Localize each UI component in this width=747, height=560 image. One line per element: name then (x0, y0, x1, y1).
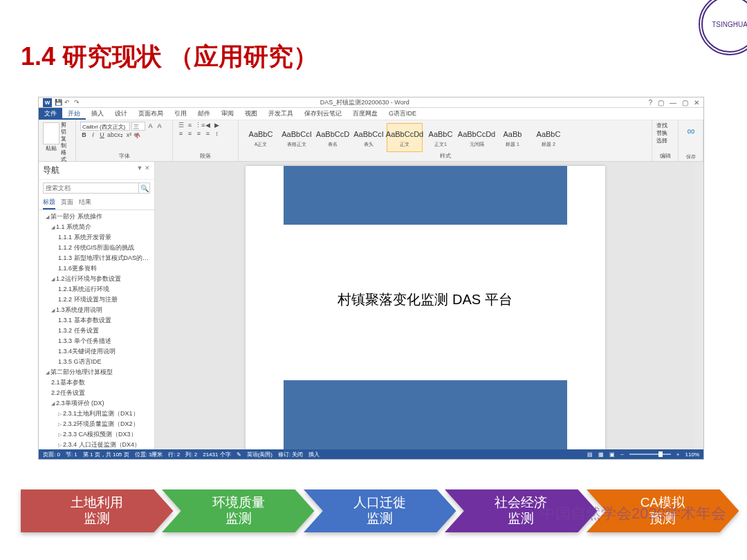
ribbon-collapse-icon[interactable]: ▢ (658, 99, 664, 106)
view-print-icon[interactable]: ▦ (598, 451, 604, 458)
minimize-icon[interactable]: — (670, 99, 676, 106)
style-tile-0[interactable]: AaBbCA正文 (243, 123, 279, 152)
ribbon-tab-4[interactable]: 页面布局 (133, 108, 169, 120)
tree-item-5[interactable]: 1.1.6更多资料 (39, 263, 154, 274)
ribbon-tab-11[interactable]: 百度网盘 (347, 108, 383, 120)
save-cloud-icon[interactable]: ∞ (683, 123, 699, 140)
multilevel-icon[interactable]: ⋮≡ (195, 122, 203, 129)
justify-icon[interactable]: ≡ (204, 130, 212, 138)
tree-item-4[interactable]: 1.1.3 新型地理计算模式DAS的… (39, 253, 154, 263)
ribbon-tab-1[interactable]: 开始 (62, 108, 86, 120)
redo-icon[interactable]: ↷ (74, 99, 81, 106)
subscript-button[interactable]: x₂ (116, 131, 124, 139)
tree-item-20[interactable]: 2.3.2环境质量监测（DX2） (39, 419, 154, 429)
nav-close-icon[interactable]: ▼ ✕ (137, 165, 150, 176)
zoom-in-icon[interactable]: + (676, 451, 680, 458)
ribbon-tab-2[interactable]: 插入 (86, 108, 109, 120)
style-tile-8[interactable]: AaBbC标题 2 (531, 123, 566, 152)
tree-item-13[interactable]: 1.3.4关键词使用说明 (39, 346, 154, 357)
help-icon[interactable]: ? (648, 99, 652, 106)
tree-item-15[interactable]: 第二部分地理计算模型 (39, 367, 154, 377)
tree-item-1[interactable]: 1.1 系统简介 (39, 222, 154, 232)
strike-button[interactable]: abc (107, 131, 115, 139)
status-proof-icon[interactable]: ✎ (237, 451, 241, 458)
status-page[interactable]: 页面: 0 (43, 451, 60, 458)
indent-inc-icon[interactable]: ▶ (213, 122, 221, 129)
document-area[interactable]: 村镇聚落变化监测 DAS 平台 (155, 162, 695, 449)
tree-item-19[interactable]: 2.3.1土地利用监测（DX1） (39, 409, 154, 419)
status-insert[interactable]: 插入 (308, 451, 320, 458)
view-web-icon[interactable]: ▣ (609, 451, 615, 458)
nav-search-icon[interactable]: 🔍 (139, 183, 150, 194)
vertical-scrollbar[interactable] (695, 162, 703, 449)
underline-button[interactable]: U (98, 131, 106, 139)
ribbon-tab-8[interactable]: 视图 (239, 108, 263, 120)
tree-item-11[interactable]: 1.3.2 任务设置 (39, 326, 154, 336)
tree-item-6[interactable]: 1.2运行环境与参数设置 (39, 274, 154, 284)
tree-item-2[interactable]: 1.1.1 系统开发背景 (39, 232, 154, 243)
view-read-icon[interactable]: ▤ (587, 451, 593, 458)
status-line[interactable]: 行: 2 (168, 451, 180, 458)
select-button[interactable]: 选择 (656, 137, 674, 144)
tree-item-21[interactable]: 2.3.3 CA模拟预测（DX3） (39, 429, 154, 440)
shrink-font-icon[interactable]: A (156, 122, 163, 130)
bullets-icon[interactable]: ☰ (177, 122, 185, 129)
status-track[interactable]: 修订: 关闭 (278, 451, 303, 458)
style-tile-4[interactable]: AaBbCcDd正文 (387, 123, 423, 152)
ribbon-tab-0[interactable]: 文件 (39, 108, 62, 120)
line-spacing-icon[interactable]: ↕ (213, 130, 221, 138)
find-button[interactable]: 查找 (656, 122, 674, 129)
save-icon[interactable]: 💾 (55, 99, 62, 106)
font-name-select[interactable]: Calibri (西文正文) (80, 122, 130, 131)
tree-item-0[interactable]: 第一部分 系统操作 (39, 212, 154, 222)
copy-button[interactable]: 复制 (61, 136, 71, 149)
status-words[interactable]: 21431 个字 (203, 451, 230, 458)
ribbon-tab-9[interactable]: 开发工具 (263, 108, 299, 120)
tree-item-16[interactable]: 2.1基本参数 (39, 377, 154, 388)
ribbon-tab-3[interactable]: 设计 (109, 108, 133, 120)
replace-button[interactable]: 替换 (656, 129, 674, 137)
tree-item-7[interactable]: 1.2.1系统运行环境 (39, 284, 154, 295)
align-left-icon[interactable]: ≡ (177, 130, 185, 138)
align-right-icon[interactable]: ≡ (195, 130, 203, 138)
nav-tab-2[interactable]: 结果 (79, 196, 91, 209)
maximize-icon[interactable]: ▢ (682, 99, 688, 106)
nav-tab-0[interactable]: 标题 (43, 196, 55, 209)
font-color-button[interactable]: A (134, 131, 142, 139)
tree-item-22[interactable]: 2.3.4 人口迁徙监测（DX4） (39, 440, 154, 449)
tree-item-3[interactable]: 1.1.2 传统GIS所面临的挑战 (39, 243, 154, 253)
indent-dec-icon[interactable]: ◀ (204, 122, 212, 129)
undo-icon[interactable]: ↶ (64, 99, 71, 106)
bold-button[interactable]: B (80, 131, 88, 139)
status-column[interactable]: 列: 2 (185, 451, 197, 458)
status-pages[interactable]: 第 1 页，共 105 页 (83, 451, 129, 458)
paste-button-icon[interactable] (43, 122, 59, 144)
cut-button[interactable]: 剪切 (61, 122, 71, 136)
tree-item-10[interactable]: 1.3.1 基本参数设置 (39, 315, 154, 326)
paste-button[interactable]: 粘贴 (43, 144, 59, 152)
zoom-slider[interactable] (629, 454, 671, 455)
style-tile-6[interactable]: AaBbCcDd无间隔 (459, 123, 495, 152)
ribbon-tab-12[interactable]: G语言IDE (383, 108, 422, 120)
zoom-level[interactable]: 110% (685, 451, 699, 458)
italic-button[interactable]: I (89, 131, 97, 139)
style-tile-2[interactable]: AaBbCcD表名 (315, 123, 351, 152)
tree-item-9[interactable]: 1.3系统使用说明 (39, 305, 154, 315)
tree-item-17[interactable]: 2.2任务设置 (39, 388, 154, 398)
nav-search-input[interactable] (43, 183, 139, 194)
align-center-icon[interactable]: ≡ (186, 130, 194, 138)
superscript-button[interactable]: x² (125, 131, 133, 139)
tree-item-14[interactable]: 1.3.5 G语言IDE (39, 357, 154, 367)
numbering-icon[interactable]: ≡ (186, 122, 194, 129)
nav-tab-1[interactable]: 页面 (61, 196, 73, 209)
style-tile-7[interactable]: AaBb标题 1 (495, 123, 531, 152)
tree-item-8[interactable]: 1.2.2 环境设置与注册 (39, 295, 154, 305)
ribbon-tab-10[interactable]: 保存到云笔记 (299, 108, 347, 120)
grow-font-icon[interactable]: A (147, 122, 154, 130)
close-icon[interactable]: ✕ (694, 99, 699, 106)
style-tile-1[interactable]: AaBbCcI表格正文 (279, 123, 315, 152)
tree-item-18[interactable]: 2.3单项评价 (DX) (39, 398, 154, 409)
status-language[interactable]: 英语(美国) (247, 451, 273, 458)
zoom-out-icon[interactable]: − (620, 451, 624, 458)
font-size-select[interactable]: 三号 (131, 122, 145, 131)
